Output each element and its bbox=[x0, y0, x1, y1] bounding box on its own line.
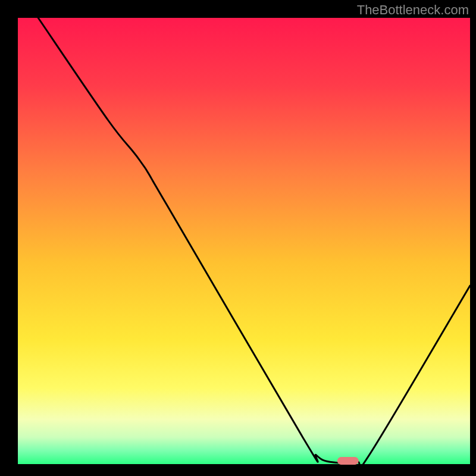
watermark-text: TheBottleneck.com bbox=[357, 2, 469, 18]
bottleneck-chart bbox=[0, 0, 476, 476]
chart-container: TheBottleneck.com bbox=[0, 0, 476, 476]
optimal-marker bbox=[337, 457, 359, 465]
plot-background bbox=[18, 18, 470, 464]
